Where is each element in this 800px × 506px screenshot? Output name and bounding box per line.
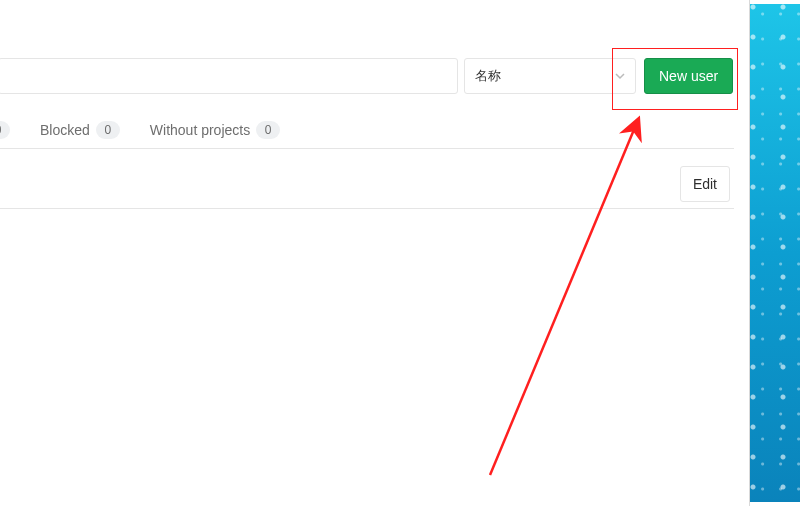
tab-count-badge: 0 <box>96 121 120 139</box>
tab-partial-first[interactable]: 0 <box>0 112 10 148</box>
tabs-row: 0 Blocked 0 Without projects 0 <box>0 112 734 149</box>
sort-dropdown[interactable]: 名称 <box>464 58 636 94</box>
tab-count-badge: 0 <box>0 121 10 139</box>
tab-without-projects[interactable]: Without projects 0 <box>150 112 280 148</box>
chevron-down-icon <box>615 69 625 84</box>
desktop-wallpaper-sliver <box>750 4 800 502</box>
filter-row: 名称 New user <box>0 58 734 96</box>
tab-blocked[interactable]: Blocked 0 <box>40 112 120 148</box>
sort-dropdown-label: 名称 <box>475 67 501 85</box>
search-input[interactable] <box>0 58 458 94</box>
tab-label: Without projects <box>150 122 250 138</box>
tab-label: Blocked <box>40 122 90 138</box>
window-right-edge <box>733 0 750 506</box>
edit-button-label: Edit <box>693 176 717 192</box>
edit-button[interactable]: Edit <box>680 166 730 202</box>
list-row: Edit <box>0 160 734 209</box>
new-user-button-label: New user <box>659 68 718 84</box>
new-user-button[interactable]: New user <box>644 58 733 94</box>
tab-count-badge: 0 <box>256 121 280 139</box>
